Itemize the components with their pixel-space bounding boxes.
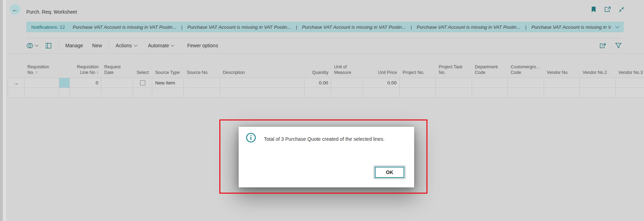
notification-messages: Purchase VAT Account is missing in VAT P… [73,25,611,30]
grid-header-quantity[interactable]: Quantity [305,70,331,78]
dialog-message: Total of 3 Purchase Quote created of the… [264,136,407,143]
notification-separator: | [296,25,297,30]
grid-row-2 [8,88,644,98]
row-marker-cell: → [8,78,25,88]
cell-requisition_line_no[interactable] [70,88,101,97]
actions-menu[interactable]: Actions [116,43,137,48]
cell-project_no[interactable] [400,88,436,97]
grid-header-select[interactable]: Select [133,70,152,78]
notification-message[interactable]: Purchase VAT Account is missing in VAT P… [417,25,520,30]
cell-department_code[interactable] [472,78,508,88]
grid-header-vendor_no2[interactable]: Vendor No.2 [580,70,616,78]
cell-source_no[interactable] [184,88,220,97]
cell-request_date[interactable] [101,78,133,88]
grid-header-source_no[interactable]: Source No. [184,70,220,78]
cell-focus_cell[interactable] [59,88,70,97]
cell-customergroup_code[interactable] [508,78,544,88]
grid-header-source_type[interactable]: Source Type [152,70,184,78]
grid-header-requisition_no[interactable]: Requisition No. ↑ [25,64,59,78]
cell-select[interactable] [133,88,152,97]
fewer-options-button[interactable]: Fewer options [187,43,218,48]
toolbar-separator [59,42,59,49]
cell-source_no[interactable] [184,78,220,88]
cell-project_task_no[interactable] [436,88,472,97]
cell-quantity[interactable] [305,88,331,97]
cell-department_code[interactable] [472,88,508,97]
back-button[interactable]: ← [10,4,20,15]
switch-view-chevron-icon[interactable] [35,43,39,47]
grid-header-customergroup_code[interactable]: Customergro... Code [508,64,544,78]
grid-header-project_no[interactable]: Project No. [400,70,436,78]
grid-header-unit_price[interactable]: Unit Price [363,70,400,78]
cell-unit_of_measure[interactable] [331,88,363,97]
bookmark-icon[interactable] [590,6,597,13]
new-menu[interactable]: New [92,43,102,48]
toolbar-separator [108,42,109,49]
notifications-count-link[interactable]: Notifications: 12 [31,25,65,30]
confirmation-dialog: Total of 3 Purchase Quote created of the… [239,127,414,187]
cell-request_date[interactable] [101,88,133,97]
cell-source_type[interactable] [152,88,184,97]
select-checkbox[interactable] [140,80,145,85]
cell-description[interactable] [220,78,305,88]
notification-message[interactable]: Purchase VAT Account is missing in VAT P… [187,25,291,30]
grid-row-1: →0New Item0.000.00 [8,78,644,88]
cell-requisition_line_no[interactable]: 0 [70,78,101,88]
cell-focus_cell[interactable] [59,78,70,88]
grid-header-description[interactable]: Description [220,70,305,78]
window-edge-strip [0,0,3,221]
action-toolbar: Manage New Actions Automate Fewer option… [26,38,622,53]
row-marker-cell [8,88,25,97]
grid-header-department_code[interactable]: Department Code [472,64,508,78]
notification-bar: Notifications: 12 Purchase VAT Account i… [26,22,624,32]
back-arrow-icon: ← [12,7,18,13]
grid-header-request_date[interactable]: Request Date [101,64,133,78]
grid-header-vendor_no3[interactable]: Vendor No.3 [616,70,644,78]
cell-requisition_no[interactable] [25,88,59,97]
show-list-icon[interactable] [46,43,52,49]
window-edge-strip-light [3,0,6,221]
cell-unit_price[interactable]: 0.00 [363,78,400,88]
cell-source_type[interactable]: New Item [152,78,184,88]
notification-message[interactable]: Purchase VAT Account is missing in VAT P… [302,25,406,30]
worksheet-grid: Requisition No. ↑Requisition Line No ↑Re… [8,53,644,98]
cell-vendor_no[interactable] [544,88,580,97]
cell-requisition_no[interactable] [25,78,59,88]
open-in-new-window-icon[interactable] [604,6,611,13]
page-header: ← Purch. Req. Worksheet [0,0,644,18]
manage-menu[interactable]: Manage [65,43,83,48]
grid-header-vendor_no[interactable]: Vendor No. [544,70,580,78]
notification-separator: | [181,25,182,30]
grid-header-focus_cell [59,75,70,78]
cell-unit_of_measure[interactable] [331,78,363,88]
ok-button[interactable]: OK [375,167,404,178]
grid-header-row: Requisition No. ↑Requisition Line No ↑Re… [8,54,644,78]
cell-quantity[interactable]: 0.00 [305,78,331,88]
cell-customergroup_code[interactable] [508,88,544,97]
automate-menu[interactable]: Automate [148,43,174,48]
notification-message[interactable]: Purchase VAT Account is missing in VAT P… [531,25,611,30]
cell-select[interactable] [133,78,152,88]
grid-header-requisition_line_no[interactable]: Requisition Line No ↑ [70,64,101,78]
cell-vendor_no[interactable] [544,78,580,88]
notification-expand-chevron-icon[interactable] [616,24,619,30]
cell-vendor_no2[interactable] [580,88,616,97]
cell-project_no[interactable] [400,78,436,88]
cell-vendor_no2[interactable] [580,78,616,88]
switch-view-icon[interactable] [26,43,33,49]
collapse-icon[interactable] [618,6,625,13]
share-icon[interactable] [599,43,606,48]
cell-description[interactable] [220,88,305,97]
grid-header-unit_of_measure[interactable]: Unit of Measure [331,64,363,78]
cell-project_task_no[interactable] [436,78,472,88]
filter-icon[interactable] [615,43,622,48]
grid-header-project_task_no[interactable]: Project Task No. [436,64,472,78]
cell-unit_price[interactable] [363,88,400,97]
grid-header-row_marker [8,75,25,78]
cell-vendor_no3[interactable] [616,78,644,88]
info-icon [246,133,256,144]
notification-separator: | [411,25,412,30]
grid-body: →0New Item0.000.00 [8,78,644,98]
cell-vendor_no3[interactable] [616,88,644,97]
notification-message[interactable]: Purchase VAT Account is missing in VAT P… [73,25,176,30]
